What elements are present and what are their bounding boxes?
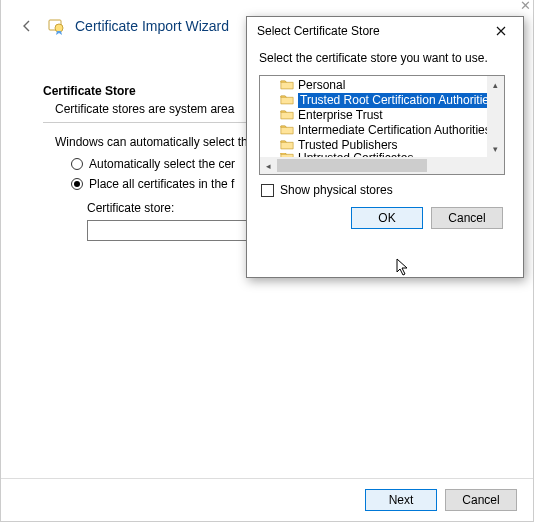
select-certificate-store-dialog: Select Certificate Store Select the cert… — [246, 16, 524, 278]
tree-item-label: Trusted Publishers — [298, 138, 398, 153]
scroll-thumb[interactable] — [277, 159, 427, 172]
svg-point-1 — [55, 24, 63, 32]
folder-icon — [280, 94, 294, 108]
wizard-cancel-button[interactable]: Cancel — [445, 489, 517, 511]
vertical-scrollbar[interactable]: ▴ ▾ — [487, 76, 504, 157]
dialog-titlebar: Select Certificate Store — [247, 17, 523, 45]
close-icon[interactable] — [481, 18, 521, 44]
radio-place-label: Place all certificates in the f — [89, 177, 234, 191]
show-physical-stores-label: Show physical stores — [280, 183, 393, 197]
dialog-title: Select Certificate Store — [257, 24, 380, 38]
tree-item-label: Personal — [298, 78, 345, 93]
radio-unchecked-icon — [71, 158, 83, 170]
scroll-corner — [487, 157, 504, 174]
certificate-store-tree[interactable]: PersonalTrusted Root Certification Autho… — [259, 75, 505, 175]
back-arrow-icon[interactable] — [17, 16, 37, 36]
tree-item[interactable]: Intermediate Certification Authorities — [264, 123, 504, 138]
tree-item[interactable]: Trusted Publishers — [264, 138, 504, 153]
checkbox-unchecked-icon — [261, 184, 274, 197]
horizontal-scrollbar[interactable]: ◂ ▸ — [260, 157, 504, 174]
next-button[interactable]: Next — [365, 489, 437, 511]
tree-item[interactable]: Trusted Root Certification Authorities — [264, 93, 504, 108]
scroll-up-icon[interactable]: ▴ — [487, 76, 504, 93]
ok-button[interactable]: OK — [351, 207, 423, 229]
tree-item[interactable]: Personal — [264, 78, 504, 93]
folder-icon — [280, 79, 294, 93]
folder-icon — [280, 109, 294, 123]
tree-item-label: Enterprise Trust — [298, 108, 383, 123]
certificate-wizard-icon — [47, 17, 65, 35]
scroll-left-icon[interactable]: ◂ — [260, 157, 277, 174]
show-physical-stores-checkbox[interactable]: Show physical stores — [261, 183, 511, 197]
scroll-down-icon[interactable]: ▾ — [487, 140, 504, 157]
folder-icon — [280, 139, 294, 153]
dialog-cancel-button[interactable]: Cancel — [431, 207, 503, 229]
radio-checked-icon — [71, 178, 83, 190]
wizard-footer: Next Cancel — [1, 478, 533, 521]
tree-item-label: Intermediate Certification Authorities — [298, 123, 491, 138]
tree-item[interactable]: Enterprise Trust — [264, 108, 504, 123]
dialog-instruction: Select the certificate store you want to… — [259, 51, 511, 65]
wizard-close-x-icon[interactable]: ✕ — [520, 0, 531, 13]
wizard-title: Certificate Import Wizard — [75, 18, 229, 34]
folder-icon — [280, 124, 294, 138]
tree-item-label: Trusted Root Certification Authorities — [298, 93, 497, 108]
radio-auto-label: Automatically select the cer — [89, 157, 235, 171]
